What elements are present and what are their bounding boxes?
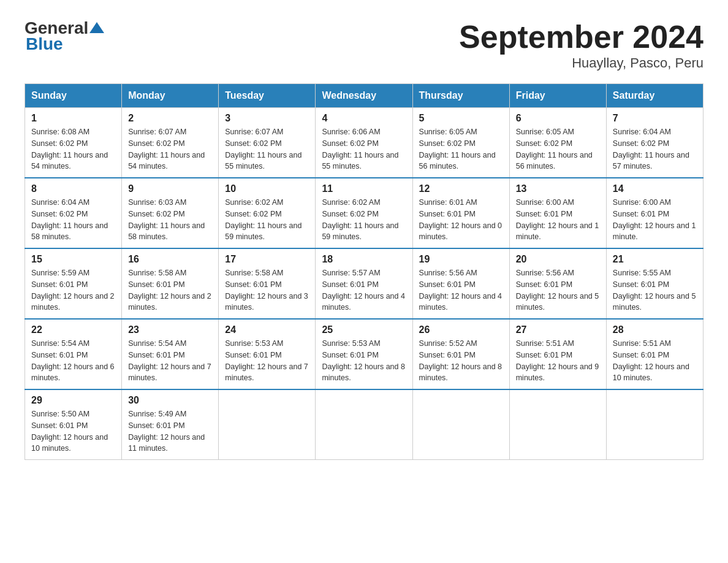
day-number: 19: [419, 254, 503, 265]
day-number: 12: [419, 183, 503, 194]
table-row: 10Sunrise: 6:02 AMSunset: 6:02 PMDayligh…: [219, 178, 316, 248]
day-info: Sunrise: 5:53 AMSunset: 6:01 PMDaylight:…: [225, 338, 309, 384]
table-row: 28Sunrise: 5:51 AMSunset: 6:01 PMDayligh…: [606, 319, 703, 389]
table-row: 25Sunrise: 5:53 AMSunset: 6:01 PMDayligh…: [316, 319, 412, 389]
calendar-week-row: 15Sunrise: 5:59 AMSunset: 6:01 PMDayligh…: [25, 248, 703, 319]
calendar-week-row: 1Sunrise: 6:08 AMSunset: 6:02 PMDaylight…: [25, 108, 703, 178]
day-number: 30: [128, 395, 212, 406]
day-info: Sunrise: 6:06 AMSunset: 6:02 PMDaylight:…: [322, 126, 406, 172]
day-info: Sunrise: 5:50 AMSunset: 6:01 PMDaylight:…: [31, 408, 115, 454]
calendar-table: Sunday Monday Tuesday Wednesday Thursday…: [25, 83, 703, 460]
day-number: 9: [128, 183, 212, 194]
day-number: 8: [31, 183, 115, 194]
table-row: 18Sunrise: 5:57 AMSunset: 6:01 PMDayligh…: [316, 248, 412, 319]
day-info: Sunrise: 5:56 AMSunset: 6:01 PMDaylight:…: [419, 267, 503, 313]
table-row: 5Sunrise: 6:05 AMSunset: 6:02 PMDaylight…: [412, 108, 509, 178]
day-info: Sunrise: 6:07 AMSunset: 6:02 PMDaylight:…: [225, 126, 309, 172]
col-friday: Friday: [509, 84, 606, 108]
table-row: 15Sunrise: 5:59 AMSunset: 6:01 PMDayligh…: [25, 248, 122, 319]
day-info: Sunrise: 6:03 AMSunset: 6:02 PMDaylight:…: [128, 197, 212, 243]
col-thursday: Thursday: [412, 84, 509, 108]
day-info: Sunrise: 6:05 AMSunset: 6:02 PMDaylight:…: [419, 126, 503, 172]
day-number: 23: [128, 324, 212, 335]
day-info: Sunrise: 6:01 AMSunset: 6:01 PMDaylight:…: [419, 197, 503, 243]
day-number: 14: [613, 183, 697, 194]
day-number: 22: [31, 324, 115, 335]
col-saturday: Saturday: [606, 84, 703, 108]
day-number: 15: [31, 254, 115, 265]
table-row: 22Sunrise: 5:54 AMSunset: 6:01 PMDayligh…: [25, 319, 122, 389]
col-tuesday: Tuesday: [219, 84, 316, 108]
day-info: Sunrise: 6:07 AMSunset: 6:02 PMDaylight:…: [128, 126, 212, 172]
calendar-subtitle: Huayllay, Pasco, Peru: [459, 55, 703, 71]
title-block: September 2024 Huayllay, Pasco, Peru: [459, 18, 703, 71]
calendar-week-row: 29Sunrise: 5:50 AMSunset: 6:01 PMDayligh…: [25, 389, 703, 460]
table-row: 8Sunrise: 6:04 AMSunset: 6:02 PMDaylight…: [25, 178, 122, 248]
day-number: 17: [225, 254, 309, 265]
table-row: 1Sunrise: 6:08 AMSunset: 6:02 PMDaylight…: [25, 108, 122, 178]
table-row: 3Sunrise: 6:07 AMSunset: 6:02 PMDaylight…: [219, 108, 316, 178]
day-info: Sunrise: 6:02 AMSunset: 6:02 PMDaylight:…: [322, 197, 406, 243]
svg-marker-0: [89, 22, 104, 33]
day-info: Sunrise: 6:05 AMSunset: 6:02 PMDaylight:…: [516, 126, 600, 172]
day-number: 10: [225, 183, 309, 194]
day-info: Sunrise: 6:00 AMSunset: 6:01 PMDaylight:…: [516, 197, 600, 243]
day-info: Sunrise: 6:04 AMSunset: 6:02 PMDaylight:…: [613, 126, 697, 172]
calendar-week-row: 8Sunrise: 6:04 AMSunset: 6:02 PMDaylight…: [25, 178, 703, 248]
table-row: 19Sunrise: 5:56 AMSunset: 6:01 PMDayligh…: [412, 248, 509, 319]
day-number: 20: [516, 254, 600, 265]
table-row: 17Sunrise: 5:58 AMSunset: 6:01 PMDayligh…: [219, 248, 316, 319]
table-row: 2Sunrise: 6:07 AMSunset: 6:02 PMDaylight…: [122, 108, 219, 178]
table-row: 21Sunrise: 5:55 AMSunset: 6:01 PMDayligh…: [606, 248, 703, 319]
day-number: 21: [613, 254, 697, 265]
table-row: 30Sunrise: 5:49 AMSunset: 6:01 PMDayligh…: [122, 389, 219, 460]
day-info: Sunrise: 5:56 AMSunset: 6:01 PMDaylight:…: [516, 267, 600, 313]
logo-blue-text: Blue: [26, 34, 63, 53]
day-number: 5: [419, 113, 503, 124]
table-row: 29Sunrise: 5:50 AMSunset: 6:01 PMDayligh…: [25, 389, 122, 460]
day-number: 11: [322, 183, 406, 194]
table-row: 9Sunrise: 6:03 AMSunset: 6:02 PMDaylight…: [122, 178, 219, 248]
table-row: 12Sunrise: 6:01 AMSunset: 6:01 PMDayligh…: [412, 178, 509, 248]
day-info: Sunrise: 5:52 AMSunset: 6:01 PMDaylight:…: [419, 338, 503, 384]
day-info: Sunrise: 6:04 AMSunset: 6:02 PMDaylight:…: [31, 197, 115, 243]
table-row: [219, 389, 316, 460]
day-number: 7: [613, 113, 697, 124]
day-number: 2: [128, 113, 212, 124]
table-row: 16Sunrise: 5:58 AMSunset: 6:01 PMDayligh…: [122, 248, 219, 319]
calendar-body: 1Sunrise: 6:08 AMSunset: 6:02 PMDaylight…: [25, 108, 703, 460]
day-info: Sunrise: 5:57 AMSunset: 6:01 PMDaylight:…: [322, 267, 406, 313]
day-number: 6: [516, 113, 600, 124]
table-row: 4Sunrise: 6:06 AMSunset: 6:02 PMDaylight…: [316, 108, 412, 178]
day-info: Sunrise: 6:08 AMSunset: 6:02 PMDaylight:…: [31, 126, 115, 172]
day-info: Sunrise: 5:58 AMSunset: 6:01 PMDaylight:…: [225, 267, 309, 313]
page-header: General Blue September 2024 Huayllay, Pa…: [25, 18, 703, 71]
day-info: Sunrise: 5:55 AMSunset: 6:01 PMDaylight:…: [613, 267, 697, 313]
day-info: Sunrise: 5:53 AMSunset: 6:01 PMDaylight:…: [322, 338, 406, 384]
day-info: Sunrise: 5:59 AMSunset: 6:01 PMDaylight:…: [31, 267, 115, 313]
calendar-title: September 2024: [459, 18, 703, 55]
table-row: 27Sunrise: 5:51 AMSunset: 6:01 PMDayligh…: [509, 319, 606, 389]
table-row: 24Sunrise: 5:53 AMSunset: 6:01 PMDayligh…: [219, 319, 316, 389]
day-info: Sunrise: 5:51 AMSunset: 6:01 PMDaylight:…: [516, 338, 600, 384]
day-info: Sunrise: 6:00 AMSunset: 6:01 PMDaylight:…: [613, 197, 697, 243]
table-row: 13Sunrise: 6:00 AMSunset: 6:01 PMDayligh…: [509, 178, 606, 248]
col-wednesday: Wednesday: [316, 84, 412, 108]
table-row: 20Sunrise: 5:56 AMSunset: 6:01 PMDayligh…: [509, 248, 606, 319]
day-number: 25: [322, 324, 406, 335]
day-info: Sunrise: 5:51 AMSunset: 6:01 PMDaylight:…: [613, 338, 697, 384]
logo-icon: [88, 20, 105, 37]
day-info: Sunrise: 5:54 AMSunset: 6:01 PMDaylight:…: [128, 338, 212, 384]
day-number: 18: [322, 254, 406, 265]
day-info: Sunrise: 5:54 AMSunset: 6:01 PMDaylight:…: [31, 338, 115, 384]
calendar-header: Sunday Monday Tuesday Wednesday Thursday…: [25, 84, 703, 108]
day-number: 29: [31, 395, 115, 406]
day-number: 13: [516, 183, 600, 194]
day-number: 28: [613, 324, 697, 335]
table-row: 14Sunrise: 6:00 AMSunset: 6:01 PMDayligh…: [606, 178, 703, 248]
day-number: 24: [225, 324, 309, 335]
day-number: 16: [128, 254, 212, 265]
logo: General Blue: [25, 18, 105, 54]
col-sunday: Sunday: [25, 84, 122, 108]
day-info: Sunrise: 6:02 AMSunset: 6:02 PMDaylight:…: [225, 197, 309, 243]
